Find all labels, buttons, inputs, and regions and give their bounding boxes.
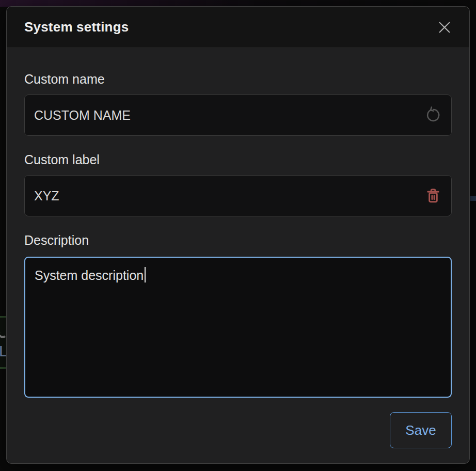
custom-label-input[interactable] <box>24 175 452 216</box>
description-text: System description <box>35 268 144 282</box>
reset-custom-name-button[interactable] <box>422 104 445 127</box>
description-label: Description <box>24 232 452 249</box>
dialog-title: System settings <box>24 19 129 35</box>
save-button[interactable]: Save <box>390 412 452 448</box>
backdrop-right-band <box>470 196 476 201</box>
dialog-body: Custom name Custom label <box>7 48 469 448</box>
custom-name-field-group: Custom name <box>24 71 452 136</box>
trash-icon <box>424 186 442 205</box>
close-button[interactable] <box>434 17 455 38</box>
backdrop-partial-glyph-icon <box>0 332 6 339</box>
undo-icon <box>424 106 442 124</box>
delete-custom-label-button[interactable] <box>422 184 445 207</box>
description-field-group: Description System description <box>24 232 452 398</box>
dialog-footer: Save <box>24 412 452 448</box>
system-settings-dialog: System settings Custom name Custom label <box>6 6 470 464</box>
description-textarea[interactable]: System description <box>24 257 452 398</box>
custom-label-input-wrap <box>24 175 452 216</box>
text-caret <box>145 267 146 282</box>
custom-name-label: Custom name <box>24 71 452 88</box>
dialog-header: System settings <box>7 7 469 48</box>
custom-name-input[interactable] <box>24 95 452 136</box>
close-icon <box>437 20 452 35</box>
custom-label-field-group: Custom label <box>24 151 452 216</box>
custom-name-input-wrap <box>24 95 452 136</box>
custom-label-label: Custom label <box>24 151 452 168</box>
